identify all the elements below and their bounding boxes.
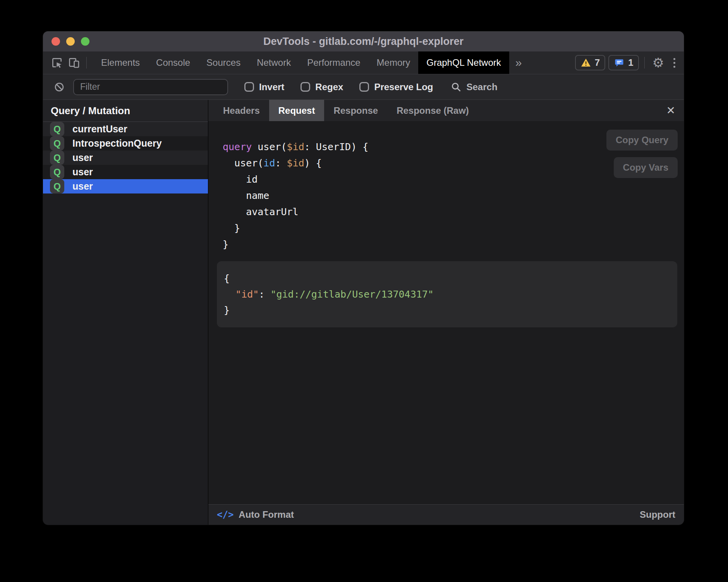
detail-tab-response-raw[interactable]: Response (Raw) — [387, 100, 478, 121]
filter-checkboxes: InvertRegexPreserve Log — [228, 82, 433, 92]
code-line: } — [224, 302, 677, 318]
code-line: name — [223, 188, 684, 204]
query-name-label: user — [72, 181, 93, 192]
message-bubble-icon — [614, 57, 625, 68]
close-detail-icon[interactable]: ✕ — [666, 100, 675, 121]
search-label: Search — [466, 82, 497, 92]
toolbar-divider — [86, 57, 87, 68]
detail-tabs: HeadersRequestResponseResponse (Raw) ✕ — [208, 100, 684, 121]
query-list: QcurrentUserQIntrospectionQueryQuserQuse… — [43, 122, 208, 193]
status-badges: 7 1 — [575, 55, 639, 70]
settings-gear-icon[interactable]: ⚙ — [649, 56, 668, 69]
devtools-tabbar: ElementsConsoleSourcesNetworkPerformance… — [43, 51, 684, 74]
detail-tab-response[interactable]: Response — [324, 100, 387, 121]
query-name-label: user — [72, 166, 93, 178]
detail-tab-request[interactable]: Request — [269, 100, 325, 121]
query-name-label: user — [72, 152, 93, 163]
query-list-item[interactable]: QIntrospectionQuery — [43, 136, 208, 151]
zoom-window-button[interactable] — [81, 37, 89, 46]
issues-badge[interactable]: 1 — [608, 55, 639, 70]
code-line: "id": "gid://gitlab/User/13704317" — [224, 286, 677, 302]
preserve-log-checkbox-label: Preserve Log — [374, 82, 433, 92]
request-detail-panel: HeadersRequestResponseResponse (Raw) ✕ q… — [208, 100, 684, 525]
main-split: Query / Mutation QcurrentUserQIntrospect… — [43, 100, 684, 525]
code-line: avatarUrl — [223, 204, 684, 220]
variables-box: { "id": "gid://gitlab/User/13704317"} — [217, 261, 677, 327]
detail-tab-headers[interactable]: Headers — [214, 100, 269, 121]
request-content: query user($id: UserID) { user(id: $id) … — [208, 121, 684, 504]
query-list-panel: Query / Mutation QcurrentUserQIntrospect… — [43, 100, 208, 525]
window-title: DevTools - gitlab.com/-/graphql-explorer — [43, 36, 684, 48]
tab-memory[interactable]: Memory — [369, 51, 419, 74]
minimize-window-button[interactable] — [66, 37, 75, 46]
regex-checkbox-icon — [300, 82, 310, 92]
query-type-badge: Q — [50, 122, 64, 136]
query-list-item[interactable]: QcurrentUser — [43, 122, 208, 136]
screen: DevTools - gitlab.com/-/graphql-explorer… — [0, 0, 728, 582]
device-toolbar-icon[interactable] — [65, 54, 82, 71]
traffic-lights — [43, 37, 89, 46]
invert-checkbox-label: Invert — [259, 82, 284, 92]
checkbox-preserve-log[interactable]: Preserve Log — [359, 82, 433, 92]
warnings-count: 7 — [595, 57, 600, 68]
tab-elements[interactable]: Elements — [93, 51, 148, 74]
tab-network[interactable]: Network — [249, 51, 299, 74]
query-name-label: IntrospectionQuery — [72, 138, 162, 149]
titlebar: DevTools - gitlab.com/-/graphql-explorer — [43, 31, 684, 51]
search-icon — [451, 82, 462, 92]
code-line: } — [223, 236, 684, 253]
code-brackets-icon: </> — [217, 509, 234, 520]
tab-performance[interactable]: Performance — [299, 51, 368, 74]
more-tabs-chevron-icon[interactable]: » — [509, 56, 528, 69]
regex-checkbox-label: Regex — [315, 82, 343, 92]
panel-tabs: ElementsConsoleSourcesNetworkPerformance… — [93, 51, 509, 74]
tab-graphql-network[interactable]: GraphQL Network — [418, 51, 509, 74]
query-type-badge: Q — [50, 179, 64, 193]
support-link[interactable]: Support — [640, 509, 675, 520]
code-line: { — [224, 270, 677, 286]
auto-format-button[interactable]: Auto Format — [239, 509, 294, 520]
query-type-badge: Q — [50, 151, 64, 165]
filter-toolbar: InvertRegexPreserve Log Search — [43, 74, 684, 100]
query-list-header: Query / Mutation — [43, 100, 208, 122]
copy-vars-button[interactable]: Copy Vars — [614, 157, 678, 178]
tab-sources[interactable]: Sources — [198, 51, 249, 74]
code-line: } — [223, 220, 684, 236]
copy-buttons: Copy Query Copy Vars — [606, 130, 678, 178]
query-type-badge: Q — [50, 165, 64, 179]
query-list-item[interactable]: Quser — [43, 165, 208, 179]
copy-query-button[interactable]: Copy Query — [606, 130, 678, 151]
warning-triangle-icon — [580, 57, 591, 68]
badges-divider — [644, 57, 645, 68]
clear-block-icon[interactable] — [51, 79, 68, 96]
close-window-button[interactable] — [52, 37, 60, 46]
kebab-menu-icon[interactable] — [668, 58, 681, 68]
preserve-log-checkbox-icon — [359, 82, 369, 92]
inspect-element-icon[interactable] — [48, 54, 65, 71]
checkbox-invert[interactable]: Invert — [244, 82, 284, 92]
search-control[interactable]: Search — [451, 82, 497, 92]
issues-count: 1 — [628, 57, 633, 68]
filter-input[interactable] — [73, 79, 228, 95]
query-type-badge: Q — [50, 136, 64, 151]
detail-footer: </> Auto Format Support — [208, 504, 684, 525]
devtools-window: DevTools - gitlab.com/-/graphql-explorer… — [43, 31, 684, 525]
warnings-badge[interactable]: 7 — [575, 55, 605, 70]
tab-console[interactable]: Console — [148, 51, 198, 74]
query-list-item[interactable]: Quser — [43, 179, 208, 193]
invert-checkbox-icon — [244, 82, 254, 92]
query-name-label: currentUser — [72, 123, 127, 135]
checkbox-regex[interactable]: Regex — [300, 82, 343, 92]
query-list-item[interactable]: Quser — [43, 151, 208, 165]
